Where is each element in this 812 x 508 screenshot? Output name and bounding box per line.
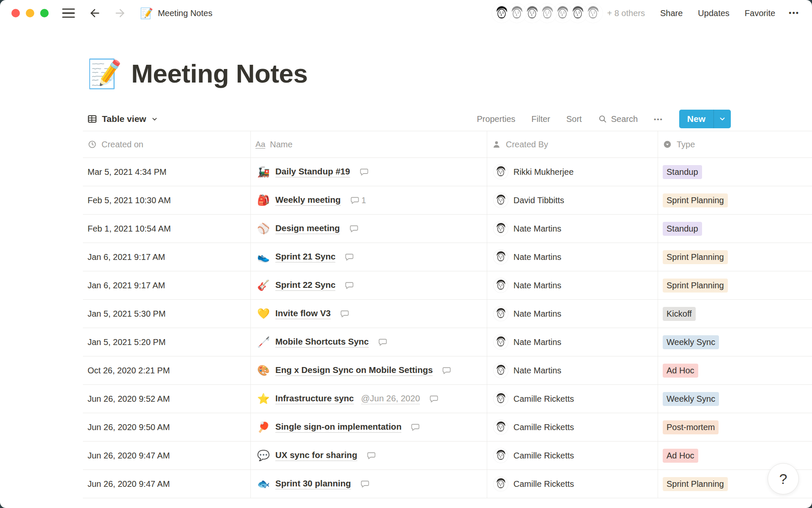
date-mention[interactable]: @Jun 26, 2020 <box>361 393 420 404</box>
type-cell[interactable]: Sprint Planning <box>658 186 812 214</box>
created-on-cell[interactable]: Mar 5, 2021 4:34 PM <box>83 158 250 186</box>
help-button[interactable]: ? <box>768 463 799 494</box>
name-cell[interactable]: 🐟 Sprint 30 planning <box>250 470 487 498</box>
page-emoji-icon: 🎨 <box>257 365 272 375</box>
created-on-cell[interactable]: Jan 5, 2021 5:30 PM <box>83 300 250 328</box>
new-dropdown-button[interactable] <box>713 110 731 128</box>
type-cell[interactable]: Kickoff <box>658 300 812 328</box>
properties-button[interactable]: Properties <box>477 114 515 124</box>
view-options-icon[interactable]: ••• <box>654 116 663 123</box>
created-on-cell[interactable]: Oct 26, 2020 2:21 PM <box>83 356 250 384</box>
page-link[interactable]: Infrastructure sync <box>275 393 354 404</box>
column-header-created-on[interactable]: Created on <box>83 131 250 157</box>
name-cell[interactable]: 💛 Invite flow V3 <box>250 300 487 328</box>
type-cell[interactable]: Standup <box>658 215 812 243</box>
avatar <box>494 221 508 236</box>
created-by-cell[interactable]: Nate Martins <box>487 243 658 271</box>
zoom-window-button[interactable] <box>40 9 49 17</box>
type-cell[interactable]: Post-mortem <box>658 413 812 441</box>
top-bar: 📝 Meeting Notes + 8 others Share Updates… <box>0 0 812 26</box>
created-by-cell[interactable]: Nate Martins <box>487 328 658 356</box>
new-button[interactable]: New <box>679 110 713 128</box>
page-link[interactable]: Invite flow V3 <box>275 308 331 319</box>
more-menu-icon[interactable]: ••• <box>789 9 799 18</box>
created-by-cell[interactable]: Camille Ricketts <box>487 413 658 441</box>
name-cell[interactable]: 🚂 Daily Standup #19 <box>250 158 487 186</box>
column-header-name[interactable]: Aa Name <box>250 131 487 157</box>
help-label: ? <box>779 471 787 487</box>
created-by-cell[interactable]: Nate Martins <box>487 215 658 243</box>
page-link[interactable]: Design meeting <box>275 223 340 234</box>
page-memo-icon[interactable]: 📝 <box>87 60 122 88</box>
page-link[interactable]: Single sign-on implementation <box>275 422 401 433</box>
sidebar-menu-icon[interactable] <box>62 8 75 18</box>
name-cell[interactable]: ⭐ Infrastructure sync @Jun 26, 2020 <box>250 385 487 413</box>
share-button[interactable]: Share <box>660 8 683 18</box>
created-by-cell[interactable]: Nate Martins <box>487 300 658 328</box>
type-badge: Kickoff <box>663 307 696 321</box>
name-cell[interactable]: 🏓 Single sign-on implementation <box>250 413 487 441</box>
type-badge: Standup <box>663 165 702 179</box>
name-cell[interactable]: 🎸 Sprint 22 Sync <box>250 271 487 299</box>
created-on-cell[interactable]: Feb 5, 2021 10:30 AM <box>83 186 250 214</box>
column-header-created-by[interactable]: Created By <box>487 131 658 157</box>
filter-button[interactable]: Filter <box>532 114 550 124</box>
page-link[interactable]: Mobile Shortcuts Sync <box>275 337 369 348</box>
others-count[interactable]: + 8 others <box>607 8 645 18</box>
name-cell[interactable]: 🎨 Eng x Design Sync on Mobile Settings <box>250 356 487 384</box>
table-view-selector[interactable]: Table view <box>87 114 158 124</box>
created-on-cell[interactable]: Jun 26, 2020 9:50 AM <box>83 413 250 441</box>
type-cell[interactable]: Weekly Sync <box>658 328 812 356</box>
back-arrow-icon[interactable] <box>88 6 101 20</box>
type-cell[interactable]: Sprint Planning <box>658 243 812 271</box>
page-link[interactable]: Daily Standup #19 <box>275 166 350 177</box>
created-by-cell[interactable]: Camille Ricketts <box>487 470 658 498</box>
created-on-cell[interactable]: Jun 26, 2020 9:47 AM <box>83 470 250 498</box>
created-on-cell[interactable]: Jun 26, 2020 9:47 AM <box>83 442 250 469</box>
sort-button[interactable]: Sort <box>566 114 582 124</box>
created-by-cell[interactable]: David Tibbitts <box>487 186 658 214</box>
created-on-cell[interactable]: Jan 6, 2021 9:17 AM <box>83 271 250 299</box>
created-on-cell[interactable]: Jun 26, 2020 9:52 AM <box>83 385 250 413</box>
created-by-cell[interactable]: Camille Ricketts <box>487 385 658 413</box>
page-header: 📝 Meeting Notes <box>87 58 812 88</box>
created-by-cell[interactable]: Rikki Mukherjee <box>487 158 658 186</box>
type-cell[interactable]: Standup <box>658 158 812 186</box>
collaborator-avatar[interactable] <box>492 3 511 23</box>
avatar <box>494 278 508 293</box>
page-link[interactable]: UX sync for sharing <box>275 450 357 461</box>
forward-arrow-icon[interactable] <box>114 6 127 20</box>
collaborator-avatars[interactable] <box>492 3 603 23</box>
page-link[interactable]: Sprint 30 planning <box>275 478 351 489</box>
created-on-cell[interactable]: Feb 1, 2021 10:54 AM <box>83 215 250 243</box>
favorite-button[interactable]: Favorite <box>745 8 775 18</box>
created-on-cell[interactable]: Jan 5, 2021 5:20 PM <box>83 328 250 356</box>
created-on-cell[interactable]: Jan 6, 2021 9:17 AM <box>83 243 250 271</box>
name-cell[interactable]: ⚾ Design meeting <box>250 215 487 243</box>
name-cell[interactable]: 🦯 Mobile Shortcuts Sync <box>250 328 487 356</box>
page-link[interactable]: Sprint 22 Sync <box>275 280 335 291</box>
created-by-cell[interactable]: Nate Martins <box>487 356 658 384</box>
type-cell[interactable]: Weekly Sync <box>658 385 812 413</box>
type-badge: Ad Hoc <box>663 449 698 463</box>
name-cell[interactable]: 💬 UX sync for sharing <box>250 442 487 469</box>
type-badge: Weekly Sync <box>663 335 719 349</box>
created-by-cell[interactable]: Nate Martins <box>487 271 658 299</box>
minimize-window-button[interactable] <box>26 9 34 17</box>
table-header-row: Created on Aa Name Created By Type <box>83 131 812 158</box>
search-button[interactable]: Search <box>598 114 638 124</box>
breadcrumb[interactable]: 📝 Meeting Notes <box>140 8 212 19</box>
type-badge: Ad Hoc <box>663 364 698 378</box>
app-window: 📝 Meeting Notes + 8 others Share Updates… <box>0 0 812 508</box>
type-cell[interactable]: Ad Hoc <box>658 356 812 384</box>
created-by-cell[interactable]: Camille Ricketts <box>487 442 658 469</box>
name-cell[interactable]: 🎒 Weekly meeting 1 <box>250 186 487 214</box>
page-link[interactable]: Weekly meeting <box>275 195 341 206</box>
page-link[interactable]: Sprint 21 Sync <box>275 251 335 262</box>
updates-button[interactable]: Updates <box>698 8 730 18</box>
page-link[interactable]: Eng x Design Sync on Mobile Settings <box>275 365 433 376</box>
close-window-button[interactable] <box>11 9 20 17</box>
column-header-type[interactable]: Type <box>658 131 812 157</box>
name-cell[interactable]: 👟 Sprint 21 Sync <box>250 243 487 271</box>
type-cell[interactable]: Sprint Planning <box>658 271 812 299</box>
